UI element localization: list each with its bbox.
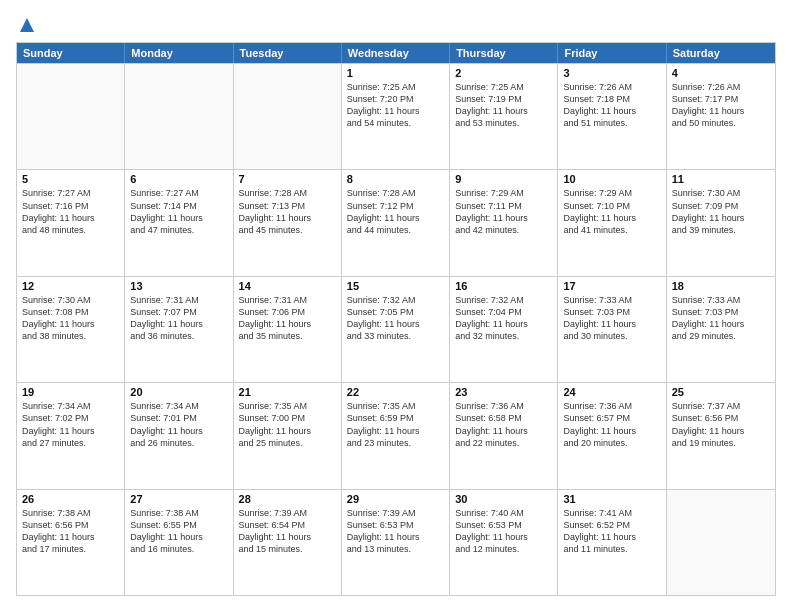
- day-info: Sunrise: 7:30 AM Sunset: 7:08 PM Dayligh…: [22, 294, 119, 343]
- header: [16, 16, 776, 34]
- day-number: 30: [455, 493, 552, 505]
- day-info: Sunrise: 7:33 AM Sunset: 7:03 PM Dayligh…: [563, 294, 660, 343]
- day-cell-17: 17Sunrise: 7:33 AM Sunset: 7:03 PM Dayli…: [558, 277, 666, 382]
- day-info: Sunrise: 7:34 AM Sunset: 7:01 PM Dayligh…: [130, 400, 227, 449]
- day-info: Sunrise: 7:41 AM Sunset: 6:52 PM Dayligh…: [563, 507, 660, 556]
- header-cell-tuesday: Tuesday: [234, 43, 342, 63]
- day-number: 20: [130, 386, 227, 398]
- calendar-week-2: 12Sunrise: 7:30 AM Sunset: 7:08 PM Dayli…: [17, 276, 775, 382]
- day-cell-13: 13Sunrise: 7:31 AM Sunset: 7:07 PM Dayli…: [125, 277, 233, 382]
- day-cell-16: 16Sunrise: 7:32 AM Sunset: 7:04 PM Dayli…: [450, 277, 558, 382]
- day-info: Sunrise: 7:26 AM Sunset: 7:18 PM Dayligh…: [563, 81, 660, 130]
- day-number: 12: [22, 280, 119, 292]
- day-info: Sunrise: 7:40 AM Sunset: 6:53 PM Dayligh…: [455, 507, 552, 556]
- day-number: 6: [130, 173, 227, 185]
- day-number: 19: [22, 386, 119, 398]
- day-info: Sunrise: 7:29 AM Sunset: 7:10 PM Dayligh…: [563, 187, 660, 236]
- day-number: 11: [672, 173, 770, 185]
- day-info: Sunrise: 7:36 AM Sunset: 6:58 PM Dayligh…: [455, 400, 552, 449]
- day-info: Sunrise: 7:25 AM Sunset: 7:20 PM Dayligh…: [347, 81, 444, 130]
- day-info: Sunrise: 7:39 AM Sunset: 6:53 PM Dayligh…: [347, 507, 444, 556]
- day-cell-19: 19Sunrise: 7:34 AM Sunset: 7:02 PM Dayli…: [17, 383, 125, 488]
- day-cell-10: 10Sunrise: 7:29 AM Sunset: 7:10 PM Dayli…: [558, 170, 666, 275]
- header-cell-wednesday: Wednesday: [342, 43, 450, 63]
- header-cell-saturday: Saturday: [667, 43, 775, 63]
- day-cell-3: 3Sunrise: 7:26 AM Sunset: 7:18 PM Daylig…: [558, 64, 666, 169]
- day-cell-1: 1Sunrise: 7:25 AM Sunset: 7:20 PM Daylig…: [342, 64, 450, 169]
- day-cell-29: 29Sunrise: 7:39 AM Sunset: 6:53 PM Dayli…: [342, 490, 450, 595]
- day-info: Sunrise: 7:27 AM Sunset: 7:16 PM Dayligh…: [22, 187, 119, 236]
- day-cell-4: 4Sunrise: 7:26 AM Sunset: 7:17 PM Daylig…: [667, 64, 775, 169]
- day-number: 8: [347, 173, 444, 185]
- day-cell-28: 28Sunrise: 7:39 AM Sunset: 6:54 PM Dayli…: [234, 490, 342, 595]
- day-cell-31: 31Sunrise: 7:41 AM Sunset: 6:52 PM Dayli…: [558, 490, 666, 595]
- day-number: 18: [672, 280, 770, 292]
- day-info: Sunrise: 7:38 AM Sunset: 6:56 PM Dayligh…: [22, 507, 119, 556]
- empty-cell: [234, 64, 342, 169]
- day-cell-20: 20Sunrise: 7:34 AM Sunset: 7:01 PM Dayli…: [125, 383, 233, 488]
- day-info: Sunrise: 7:27 AM Sunset: 7:14 PM Dayligh…: [130, 187, 227, 236]
- day-number: 25: [672, 386, 770, 398]
- day-info: Sunrise: 7:30 AM Sunset: 7:09 PM Dayligh…: [672, 187, 770, 236]
- day-info: Sunrise: 7:31 AM Sunset: 7:06 PM Dayligh…: [239, 294, 336, 343]
- day-cell-30: 30Sunrise: 7:40 AM Sunset: 6:53 PM Dayli…: [450, 490, 558, 595]
- day-info: Sunrise: 7:28 AM Sunset: 7:13 PM Dayligh…: [239, 187, 336, 236]
- day-info: Sunrise: 7:26 AM Sunset: 7:17 PM Dayligh…: [672, 81, 770, 130]
- day-cell-22: 22Sunrise: 7:35 AM Sunset: 6:59 PM Dayli…: [342, 383, 450, 488]
- calendar-week-3: 19Sunrise: 7:34 AM Sunset: 7:02 PM Dayli…: [17, 382, 775, 488]
- day-info: Sunrise: 7:39 AM Sunset: 6:54 PM Dayligh…: [239, 507, 336, 556]
- calendar: SundayMondayTuesdayWednesdayThursdayFrid…: [16, 42, 776, 596]
- empty-cell: [125, 64, 233, 169]
- day-number: 13: [130, 280, 227, 292]
- page: SundayMondayTuesdayWednesdayThursdayFrid…: [0, 0, 792, 612]
- day-cell-2: 2Sunrise: 7:25 AM Sunset: 7:19 PM Daylig…: [450, 64, 558, 169]
- logo-icon: [18, 16, 36, 34]
- day-cell-15: 15Sunrise: 7:32 AM Sunset: 7:05 PM Dayli…: [342, 277, 450, 382]
- day-number: 26: [22, 493, 119, 505]
- calendar-header: SundayMondayTuesdayWednesdayThursdayFrid…: [17, 43, 775, 63]
- day-cell-25: 25Sunrise: 7:37 AM Sunset: 6:56 PM Dayli…: [667, 383, 775, 488]
- day-number: 21: [239, 386, 336, 398]
- day-cell-26: 26Sunrise: 7:38 AM Sunset: 6:56 PM Dayli…: [17, 490, 125, 595]
- day-cell-14: 14Sunrise: 7:31 AM Sunset: 7:06 PM Dayli…: [234, 277, 342, 382]
- day-number: 28: [239, 493, 336, 505]
- day-number: 22: [347, 386, 444, 398]
- day-number: 15: [347, 280, 444, 292]
- header-cell-thursday: Thursday: [450, 43, 558, 63]
- day-number: 27: [130, 493, 227, 505]
- header-cell-sunday: Sunday: [17, 43, 125, 63]
- day-cell-12: 12Sunrise: 7:30 AM Sunset: 7:08 PM Dayli…: [17, 277, 125, 382]
- logo: [16, 16, 36, 34]
- day-cell-5: 5Sunrise: 7:27 AM Sunset: 7:16 PM Daylig…: [17, 170, 125, 275]
- day-number: 24: [563, 386, 660, 398]
- day-info: Sunrise: 7:37 AM Sunset: 6:56 PM Dayligh…: [672, 400, 770, 449]
- calendar-week-4: 26Sunrise: 7:38 AM Sunset: 6:56 PM Dayli…: [17, 489, 775, 595]
- day-cell-24: 24Sunrise: 7:36 AM Sunset: 6:57 PM Dayli…: [558, 383, 666, 488]
- day-number: 5: [22, 173, 119, 185]
- day-cell-18: 18Sunrise: 7:33 AM Sunset: 7:03 PM Dayli…: [667, 277, 775, 382]
- day-number: 29: [347, 493, 444, 505]
- day-info: Sunrise: 7:38 AM Sunset: 6:55 PM Dayligh…: [130, 507, 227, 556]
- day-info: Sunrise: 7:35 AM Sunset: 7:00 PM Dayligh…: [239, 400, 336, 449]
- header-cell-friday: Friday: [558, 43, 666, 63]
- day-number: 31: [563, 493, 660, 505]
- day-cell-9: 9Sunrise: 7:29 AM Sunset: 7:11 PM Daylig…: [450, 170, 558, 275]
- calendar-week-1: 5Sunrise: 7:27 AM Sunset: 7:16 PM Daylig…: [17, 169, 775, 275]
- day-info: Sunrise: 7:28 AM Sunset: 7:12 PM Dayligh…: [347, 187, 444, 236]
- day-info: Sunrise: 7:36 AM Sunset: 6:57 PM Dayligh…: [563, 400, 660, 449]
- day-info: Sunrise: 7:31 AM Sunset: 7:07 PM Dayligh…: [130, 294, 227, 343]
- day-number: 3: [563, 67, 660, 79]
- empty-cell: [17, 64, 125, 169]
- day-number: 16: [455, 280, 552, 292]
- day-number: 1: [347, 67, 444, 79]
- day-cell-27: 27Sunrise: 7:38 AM Sunset: 6:55 PM Dayli…: [125, 490, 233, 595]
- calendar-week-0: 1Sunrise: 7:25 AM Sunset: 7:20 PM Daylig…: [17, 63, 775, 169]
- day-info: Sunrise: 7:25 AM Sunset: 7:19 PM Dayligh…: [455, 81, 552, 130]
- day-number: 14: [239, 280, 336, 292]
- day-info: Sunrise: 7:32 AM Sunset: 7:04 PM Dayligh…: [455, 294, 552, 343]
- day-number: 10: [563, 173, 660, 185]
- day-cell-6: 6Sunrise: 7:27 AM Sunset: 7:14 PM Daylig…: [125, 170, 233, 275]
- empty-cell: [667, 490, 775, 595]
- svg-marker-0: [20, 18, 34, 32]
- day-number: 7: [239, 173, 336, 185]
